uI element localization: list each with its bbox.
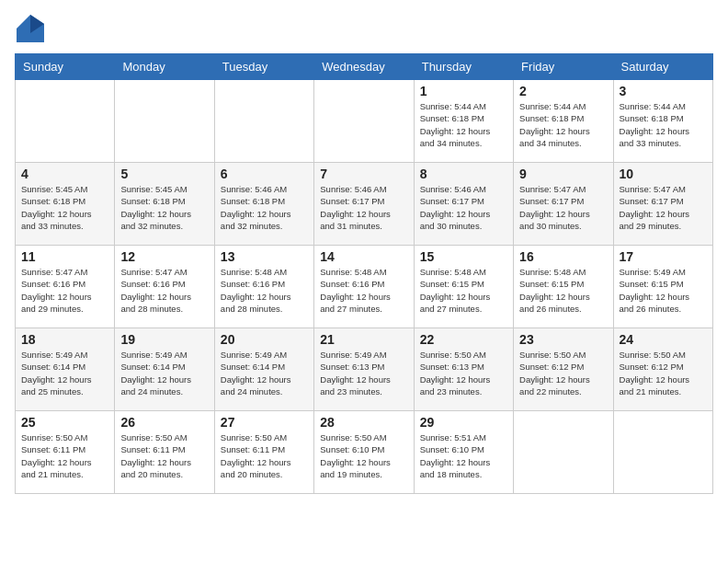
day-number: 12 (120, 249, 208, 264)
day-number: 27 (221, 415, 308, 430)
day-number: 28 (320, 415, 407, 430)
day-info: Sunrise: 5:47 AMSunset: 6:17 PMDaylight:… (519, 183, 607, 232)
day-number: 3 (620, 84, 707, 98)
calendar-cell: 17Sunrise: 5:49 AMSunset: 6:15 PMDayligh… (613, 246, 712, 328)
day-info: Sunrise: 5:45 AMSunset: 6:18 PMDaylight:… (120, 183, 208, 232)
day-number: 23 (519, 332, 607, 347)
day-info: Sunrise: 5:44 AMSunset: 6:18 PMDaylight:… (519, 100, 607, 149)
day-info: Sunrise: 5:45 AMSunset: 6:18 PMDaylight:… (21, 183, 108, 232)
calendar-cell: 25Sunrise: 5:50 AMSunset: 6:11 PMDayligh… (16, 411, 115, 494)
weekday-header-row: SundayMondayTuesdayWednesdayThursdayFrid… (16, 54, 713, 80)
day-number: 19 (120, 332, 208, 347)
calendar-cell (214, 80, 313, 163)
day-number: 24 (620, 332, 707, 347)
calendar-cell: 13Sunrise: 5:48 AMSunset: 6:16 PMDayligh… (214, 246, 313, 328)
logo-icon (17, 15, 44, 42)
calendar-cell: 15Sunrise: 5:48 AMSunset: 6:15 PMDayligh… (414, 246, 513, 328)
calendar-cell: 21Sunrise: 5:49 AMSunset: 6:13 PMDayligh… (314, 328, 414, 411)
calendar-cell: 3Sunrise: 5:44 AMSunset: 6:18 PMDaylight… (613, 80, 712, 163)
day-info: Sunrise: 5:48 AMSunset: 6:16 PMDaylight:… (320, 266, 407, 315)
calendar-cell: 28Sunrise: 5:50 AMSunset: 6:10 PMDayligh… (314, 411, 414, 494)
logo (15, 15, 44, 42)
day-number: 20 (221, 332, 308, 347)
calendar-cell: 19Sunrise: 5:49 AMSunset: 6:14 PMDayligh… (115, 328, 214, 411)
calendar-cell: 23Sunrise: 5:50 AMSunset: 6:12 PMDayligh… (514, 328, 613, 411)
day-info: Sunrise: 5:46 AMSunset: 6:17 PMDaylight:… (320, 183, 407, 232)
calendar-week-row: 11Sunrise: 5:47 AMSunset: 6:16 PMDayligh… (16, 246, 713, 328)
day-info: Sunrise: 5:47 AMSunset: 6:16 PMDaylight:… (21, 266, 108, 315)
day-number: 6 (221, 167, 308, 181)
calendar-cell: 12Sunrise: 5:47 AMSunset: 6:16 PMDayligh… (115, 246, 214, 328)
calendar-week-row: 1Sunrise: 5:44 AMSunset: 6:18 PMDaylight… (16, 80, 713, 163)
day-number: 17 (620, 249, 707, 264)
day-number: 13 (221, 249, 308, 264)
calendar-cell: 24Sunrise: 5:50 AMSunset: 6:12 PMDayligh… (613, 328, 712, 411)
calendar-cell (115, 80, 214, 163)
weekday-header-monday: Monday (115, 54, 214, 80)
weekday-header-friday: Friday (514, 54, 613, 80)
calendar-week-row: 25Sunrise: 5:50 AMSunset: 6:11 PMDayligh… (16, 411, 713, 494)
weekday-header-wednesday: Wednesday (314, 54, 414, 80)
calendar-cell: 29Sunrise: 5:51 AMSunset: 6:10 PMDayligh… (414, 411, 513, 494)
calendar-cell (613, 411, 712, 494)
calendar-cell: 5Sunrise: 5:45 AMSunset: 6:18 PMDaylight… (115, 163, 214, 246)
day-info: Sunrise: 5:50 AMSunset: 6:11 PMDaylight:… (21, 431, 108, 480)
weekday-header-tuesday: Tuesday (214, 54, 313, 80)
calendar-cell (514, 411, 613, 494)
day-number: 10 (620, 167, 707, 181)
day-number: 21 (320, 332, 407, 347)
day-info: Sunrise: 5:50 AMSunset: 6:11 PMDaylight:… (221, 431, 308, 480)
page-header (15, 15, 713, 42)
day-number: 15 (420, 249, 507, 264)
day-number: 22 (420, 332, 507, 347)
day-info: Sunrise: 5:51 AMSunset: 6:10 PMDaylight:… (420, 431, 507, 480)
day-info: Sunrise: 5:50 AMSunset: 6:12 PMDaylight:… (620, 349, 707, 397)
day-number: 29 (420, 415, 507, 430)
day-info: Sunrise: 5:50 AMSunset: 6:13 PMDaylight:… (420, 349, 507, 397)
calendar-week-row: 18Sunrise: 5:49 AMSunset: 6:14 PMDayligh… (16, 328, 713, 411)
calendar-cell: 26Sunrise: 5:50 AMSunset: 6:11 PMDayligh… (115, 411, 214, 494)
day-info: Sunrise: 5:49 AMSunset: 6:14 PMDaylight:… (21, 349, 108, 397)
day-number: 7 (320, 167, 407, 181)
calendar-cell: 9Sunrise: 5:47 AMSunset: 6:17 PMDaylight… (514, 163, 613, 246)
day-info: Sunrise: 5:48 AMSunset: 6:15 PMDaylight:… (519, 266, 607, 315)
day-number: 25 (21, 415, 108, 430)
weekday-header-sunday: Sunday (16, 54, 115, 80)
calendar-cell: 10Sunrise: 5:47 AMSunset: 6:17 PMDayligh… (613, 163, 712, 246)
day-number: 9 (519, 167, 607, 181)
day-info: Sunrise: 5:49 AMSunset: 6:14 PMDaylight:… (120, 349, 208, 397)
calendar-cell: 6Sunrise: 5:46 AMSunset: 6:18 PMDaylight… (214, 163, 313, 246)
day-info: Sunrise: 5:47 AMSunset: 6:16 PMDaylight:… (120, 266, 208, 315)
calendar-cell: 7Sunrise: 5:46 AMSunset: 6:17 PMDaylight… (314, 163, 414, 246)
day-info: Sunrise: 5:44 AMSunset: 6:18 PMDaylight:… (420, 100, 507, 149)
day-number: 8 (420, 167, 507, 181)
day-info: Sunrise: 5:50 AMSunset: 6:12 PMDaylight:… (519, 349, 607, 397)
calendar-cell: 22Sunrise: 5:50 AMSunset: 6:13 PMDayligh… (414, 328, 513, 411)
day-info: Sunrise: 5:47 AMSunset: 6:17 PMDaylight:… (620, 183, 707, 232)
day-info: Sunrise: 5:50 AMSunset: 6:10 PMDaylight:… (320, 431, 407, 480)
weekday-header-thursday: Thursday (414, 54, 513, 80)
day-info: Sunrise: 5:48 AMSunset: 6:15 PMDaylight:… (420, 266, 507, 315)
day-number: 16 (519, 249, 607, 264)
day-info: Sunrise: 5:44 AMSunset: 6:18 PMDaylight:… (620, 100, 707, 149)
calendar-week-row: 4Sunrise: 5:45 AMSunset: 6:18 PMDaylight… (16, 163, 713, 246)
day-info: Sunrise: 5:49 AMSunset: 6:13 PMDaylight:… (320, 349, 407, 397)
day-number: 14 (320, 249, 407, 264)
calendar-cell: 20Sunrise: 5:49 AMSunset: 6:14 PMDayligh… (214, 328, 313, 411)
day-info: Sunrise: 5:49 AMSunset: 6:15 PMDaylight:… (620, 266, 707, 315)
day-info: Sunrise: 5:49 AMSunset: 6:14 PMDaylight:… (221, 349, 308, 397)
day-number: 5 (120, 167, 208, 181)
calendar-cell: 2Sunrise: 5:44 AMSunset: 6:18 PMDaylight… (514, 80, 613, 163)
calendar-cell (16, 80, 115, 163)
calendar-cell: 18Sunrise: 5:49 AMSunset: 6:14 PMDayligh… (16, 328, 115, 411)
calendar-cell (314, 80, 414, 163)
calendar-cell: 27Sunrise: 5:50 AMSunset: 6:11 PMDayligh… (214, 411, 313, 494)
day-number: 4 (21, 167, 108, 181)
day-number: 2 (519, 84, 607, 98)
day-info: Sunrise: 5:50 AMSunset: 6:11 PMDaylight:… (120, 431, 208, 480)
day-number: 26 (120, 415, 208, 430)
day-number: 11 (21, 249, 108, 264)
day-info: Sunrise: 5:46 AMSunset: 6:18 PMDaylight:… (221, 183, 308, 232)
calendar-cell: 16Sunrise: 5:48 AMSunset: 6:15 PMDayligh… (514, 246, 613, 328)
calendar-cell: 11Sunrise: 5:47 AMSunset: 6:16 PMDayligh… (16, 246, 115, 328)
